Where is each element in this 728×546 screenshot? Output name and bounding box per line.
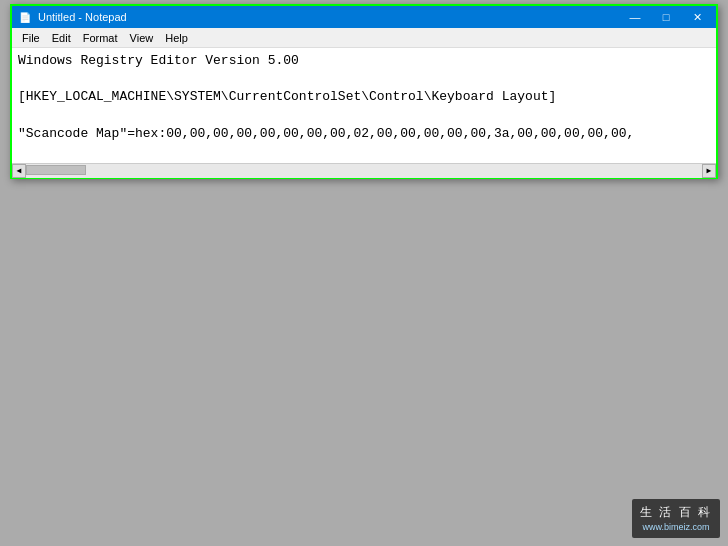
- horizontal-scrollbar: ◀ ▶: [12, 163, 716, 177]
- title-bar-left: 📄 Untitled - Notepad: [18, 10, 127, 24]
- notepad-icon: 📄: [18, 10, 32, 24]
- close-button[interactable]: ✕: [682, 8, 712, 26]
- minimize-button[interactable]: —: [620, 8, 650, 26]
- window-title: Untitled - Notepad: [38, 11, 127, 23]
- scroll-left-button[interactable]: ◀: [12, 164, 26, 178]
- scroll-track[interactable]: [26, 164, 702, 178]
- watermark-chinese: 生 活 百 科: [640, 503, 712, 521]
- editor-textarea[interactable]: Windows Registry Editor Version 5.00 [HK…: [12, 48, 716, 163]
- maximize-button[interactable]: □: [651, 8, 681, 26]
- notepad-window: 📄 Untitled - Notepad — □ ✕ File Edit For…: [10, 4, 718, 179]
- title-bar: 📄 Untitled - Notepad — □ ✕: [12, 6, 716, 28]
- menu-help[interactable]: Help: [159, 30, 194, 46]
- title-bar-controls: — □ ✕: [620, 8, 712, 26]
- desktop: 📄 Untitled - Notepad — □ ✕ File Edit For…: [0, 0, 728, 546]
- scroll-thumb[interactable]: [26, 165, 86, 175]
- editor-area[interactable]: Windows Registry Editor Version 5.00 [HK…: [12, 48, 716, 163]
- watermark: 生 活 百 科 www.bimeiz.com: [632, 499, 720, 539]
- menu-format[interactable]: Format: [77, 30, 124, 46]
- watermark-url: www.bimeiz.com: [640, 521, 712, 535]
- menu-edit[interactable]: Edit: [46, 30, 77, 46]
- menu-view[interactable]: View: [124, 30, 160, 46]
- menu-file[interactable]: File: [16, 30, 46, 46]
- menu-bar: File Edit Format View Help: [12, 28, 716, 48]
- scroll-right-button[interactable]: ▶: [702, 164, 716, 178]
